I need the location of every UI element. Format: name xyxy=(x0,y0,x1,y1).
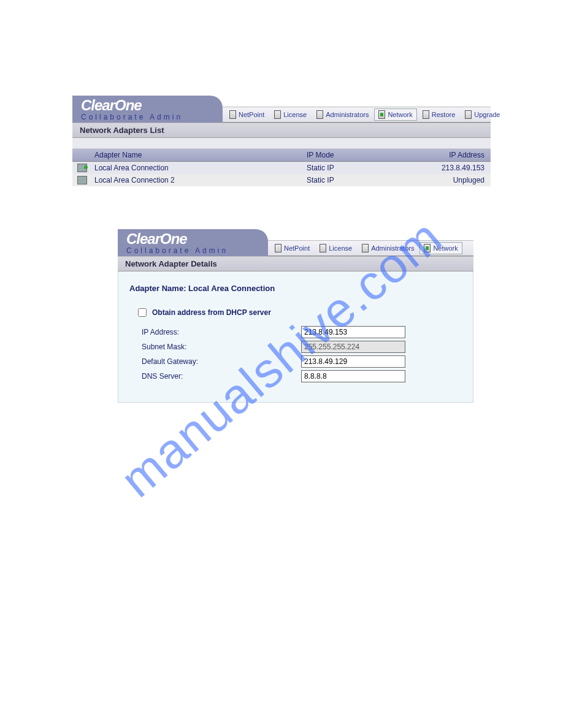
table-header: Adapter Name IP Mode IP Address xyxy=(72,149,491,162)
tab-label: NetPoint xyxy=(284,245,310,252)
ip-address-label: IP Address: xyxy=(142,328,301,336)
adapter-mode: Static IP xyxy=(307,164,417,172)
tab-label: Network xyxy=(388,111,412,118)
brand-logo: ClearOne xyxy=(72,96,223,114)
brand-subtitle: Collaborate Admin xyxy=(72,113,223,121)
tab-label: Administrators xyxy=(371,245,414,252)
page-icon xyxy=(423,110,429,119)
brand-area: ClearOne Collaborate Admin xyxy=(72,96,223,123)
default-gateway-label: Default Gateway: xyxy=(142,357,301,366)
tab-netpoint[interactable]: NetPoint xyxy=(225,108,269,121)
dns-server-input[interactable] xyxy=(301,370,405,382)
details-form: Adapter Name: Local Area Connection Obta… xyxy=(118,271,473,403)
ip-address-input[interactable] xyxy=(301,326,405,338)
adapter-name-label: Adapter Name: xyxy=(129,284,186,293)
page-icon xyxy=(275,244,282,252)
tab-restore[interactable]: Restore xyxy=(418,108,460,121)
tab-label: NetPoint xyxy=(239,111,264,118)
panel2-header: ClearOne Collaborate Admin NetPoint Lice… xyxy=(118,229,473,256)
table-row[interactable]: Local Area Connection Static IP 213.8.49… xyxy=(72,162,491,174)
page-icon xyxy=(274,110,281,119)
tab-label: License xyxy=(283,111,307,118)
nic-connected-icon xyxy=(77,164,87,172)
nic-disconnected-icon xyxy=(77,176,87,184)
adapter-ip: 213.8.49.153 xyxy=(417,164,491,172)
page-icon xyxy=(378,110,385,119)
tab-network[interactable]: Network xyxy=(374,108,416,121)
panel1-tabs: NetPoint License Administrators Network … xyxy=(223,107,491,123)
dhcp-label: Obtain address from DHCP server xyxy=(152,308,271,317)
tab-label: Upgrade xyxy=(474,111,500,118)
dhcp-checkbox[interactable] xyxy=(138,308,147,317)
adapter-name-value: Local Area Connection xyxy=(188,284,275,293)
adapters-list-window: ClearOne Collaborate Admin NetPoint Lice… xyxy=(72,96,491,186)
tab-license[interactable]: License xyxy=(315,242,356,254)
page-icon xyxy=(229,110,236,119)
adapter-link[interactable]: Local Area Connection 2 xyxy=(94,176,175,184)
column-adapter-name: Adapter Name xyxy=(91,151,307,159)
adapter-link[interactable]: Local Area Connection xyxy=(94,164,169,172)
subnet-mask-label: Subnet Mask: xyxy=(142,343,301,351)
default-gateway-row: Default Gateway: xyxy=(142,355,462,368)
tab-administrators[interactable]: Administrators xyxy=(312,108,373,121)
tab-netpoint[interactable]: NetPoint xyxy=(270,242,314,254)
dns-server-row: DNS Server: xyxy=(142,370,462,382)
spacer-row xyxy=(72,138,491,149)
page-icon xyxy=(424,244,431,252)
tab-label: Administrators xyxy=(326,111,369,118)
panel1-header: ClearOne Collaborate Admin NetPoint Lice… xyxy=(72,96,491,123)
column-ip-mode: IP Mode xyxy=(307,151,417,159)
tab-network[interactable]: Network xyxy=(419,242,462,254)
subnet-mask-row: Subnet Mask: xyxy=(142,341,462,353)
brand-area: ClearOne Collaborate Admin xyxy=(118,229,268,256)
page-icon xyxy=(316,110,323,119)
adapter-name-line: Adapter Name: Local Area Connection xyxy=(129,284,462,293)
dhcp-row: Obtain address from DHCP server xyxy=(136,306,462,319)
brand-subtitle: Collaborate Admin xyxy=(118,246,268,255)
tab-label: Network xyxy=(433,245,458,252)
tab-label: License xyxy=(329,245,352,252)
adapter-details-window: ClearOne Collaborate Admin NetPoint Lice… xyxy=(118,229,473,403)
panel2-tabs: NetPoint License Administrators Network xyxy=(268,240,473,256)
tab-label: Restore xyxy=(432,111,456,118)
tab-license[interactable]: License xyxy=(270,108,311,121)
tab-administrators[interactable]: Administrators xyxy=(358,242,418,254)
column-ip-address: IP Address xyxy=(417,151,491,159)
table-row[interactable]: Local Area Connection 2 Static IP Unplug… xyxy=(72,174,491,186)
adapter-ip: Unpluged xyxy=(417,176,491,184)
ip-address-row: IP Address: xyxy=(142,326,462,338)
dns-server-label: DNS Server: xyxy=(142,372,301,381)
section-title: Network Adapter Details xyxy=(118,256,473,271)
default-gateway-input[interactable] xyxy=(301,355,405,368)
section-title: Network Adapters List xyxy=(72,123,491,138)
page-icon xyxy=(320,244,326,252)
brand-logo: ClearOne xyxy=(118,229,268,248)
adapter-mode: Static IP xyxy=(307,176,417,184)
subnet-mask-input[interactable] xyxy=(301,341,405,353)
tab-upgrade[interactable]: Upgrade xyxy=(461,108,504,121)
page-icon xyxy=(465,110,472,119)
page-icon xyxy=(362,244,369,252)
